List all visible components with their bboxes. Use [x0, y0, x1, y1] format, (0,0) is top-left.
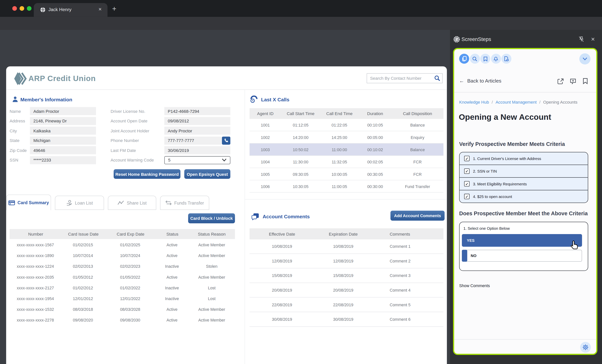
traffic-light-minimize[interactable] [20, 6, 24, 11]
search-input[interactable] [367, 73, 433, 83]
member-form-right: Driver License No.P142-4668-7294 Account… [111, 107, 230, 164]
card-block-button[interactable]: Card Block / Unblock [188, 213, 235, 223]
external-link-icon[interactable] [558, 78, 564, 84]
disposition-cell: Balance [392, 123, 444, 127]
tab-loan-list[interactable]: Loan List [55, 196, 104, 210]
bookmarks-icon-button[interactable] [480, 54, 490, 64]
reset-password-button[interactable]: Reset Home Banking Password [114, 169, 180, 179]
close-panel-icon[interactable]: ✕ [591, 36, 595, 42]
back-to-articles-link[interactable]: ← Back to Articles [459, 78, 501, 84]
checkbox-checked[interactable]: ✓ [464, 168, 470, 174]
license-field[interactable]: P142-4668-7294 [164, 107, 230, 115]
tab-card-summary[interactable]: Card Summary [6, 195, 51, 210]
card-table-body: xxxx-xxxx-xxxx-1567 01/02/2015 01/02/202… [10, 229, 235, 325]
card-table-row[interactable]: xxxx-xxxx-xxxx-2127 01/02/2012 01/02/202… [10, 283, 235, 293]
calls-table-row[interactable]: 1003 10:50:02 11:00:00 00:10:02 Balance [250, 144, 444, 156]
calls-table-row[interactable]: 1006 10:30:05 11:00:05 00:30:00 Fund Tra… [250, 180, 444, 193]
call-button[interactable] [222, 136, 230, 145]
checklist-item-label: 1. Current Driver's License with Address [473, 156, 541, 161]
option-yes[interactable]: YES [462, 234, 582, 247]
search-icon-button[interactable] [470, 54, 480, 64]
last-fm-date-field[interactable]: 30/06/2019 [164, 146, 230, 154]
open-quest-button[interactable]: Open Epsisys Quest [184, 169, 230, 179]
comments-table-row[interactable]: 10/08/2019 10/08/2019 Comment 1 [250, 239, 444, 254]
comments-table-row[interactable]: 22/08/2019 22/08/2019 Comment 5 [250, 298, 444, 312]
call-start-cell: 10:30:05 [281, 184, 320, 188]
name-field[interactable]: Adam Proctor [30, 107, 96, 115]
zip-field[interactable]: 49646 [30, 146, 96, 154]
breadcrumb-account-management[interactable]: Account Management [495, 100, 537, 104]
browser-tab[interactable]: Jack Henry ✕ [34, 3, 108, 17]
calls-table-row[interactable]: 1002 14:20:00 14:25:00 00:05:00 Enquiry [250, 131, 444, 144]
add-comments-button[interactable]: Add Account Comments [390, 211, 445, 220]
phone-field[interactable]: 777-777-7777 [164, 136, 221, 145]
card-number-cell: xxxx-xxxx-xxxx-1567 [10, 240, 61, 250]
traffic-light-zoom[interactable] [27, 6, 32, 11]
open-date-field[interactable]: 09/08/2012 [164, 117, 230, 125]
calls-table-row[interactable]: 1005 09:30:05 10:00:05 00:30:05 FCR [250, 168, 444, 180]
call-end-cell: 11:00:05 [320, 184, 359, 188]
tab-label: Card Summary [18, 200, 49, 205]
chevron-down-icon [222, 158, 226, 162]
field-label: Driver License No. [111, 109, 164, 113]
comment-cell: Comment 6 [372, 317, 444, 322]
card-table-row[interactable]: xxxx-xxxx-xxxx-1890 10/07/2014 10/07/202… [10, 251, 235, 260]
card-exp-cell: 12/01/2022 [105, 293, 155, 303]
calls-table-row[interactable]: 1001 01:12:05 01:22:05 00:10:05 Balance [250, 119, 444, 131]
checkbox-checked[interactable]: ✓ [464, 181, 470, 187]
create-article-icon-button[interactable] [501, 54, 511, 64]
expiration-date-cell: 15/08/2019 [314, 273, 372, 278]
settings-button[interactable] [580, 342, 591, 353]
checklist-item: ✓ 3. Meet Eligibility Requirements [460, 178, 588, 190]
state-field[interactable]: Michigan [30, 136, 96, 145]
comment-plus-icon[interactable] [570, 78, 576, 84]
person-icon [12, 96, 18, 103]
articles-icon-button[interactable] [459, 54, 469, 64]
breadcrumb-separator: / [492, 100, 493, 104]
search-button[interactable] [432, 73, 443, 83]
checklist-item: ✓ 1. Current Driver's License with Addre… [460, 152, 588, 165]
tab-funds-transfer[interactable]: Funds Transfer [160, 196, 209, 210]
show-comments-link[interactable]: Show Comments [459, 283, 490, 288]
card-issue-cell: 01/02/2012 [62, 283, 104, 293]
card-table-row[interactable]: xxxx-xxxx-xxxx-1954 12/01/2012 12/01/202… [10, 293, 235, 303]
card-issue-cell: 10/07/2014 [62, 251, 104, 260]
card-status-cell: Inactive [156, 293, 188, 303]
joint-holder-field[interactable]: Andy Proctor [164, 126, 230, 135]
call-start-cell: 01:12:05 [281, 123, 320, 127]
warning-code-select[interactable]: 5 [164, 156, 230, 164]
card-table-row[interactable]: xxxx-xxxx-xxxx-1532 08/03/2018 08/03/202… [10, 304, 235, 314]
option-yes-label: YES [462, 238, 474, 242]
traffic-light-close[interactable] [12, 6, 17, 11]
new-tab-button[interactable]: + [112, 4, 117, 13]
card-issue-cell: 09/08/2020 [62, 315, 104, 325]
comments-table-row[interactable]: 12/08/2019 12/08/2019 Comment 2 [250, 254, 444, 269]
ssn-field[interactable]: *****2233 [30, 156, 96, 164]
card-table-row[interactable]: xxxx-xxxx-xxxx-1224 02/02/2013 02/02/202… [10, 261, 235, 271]
checkbox-checked[interactable]: ✓ [464, 156, 470, 161]
checkbox-checked[interactable]: ✓ [464, 194, 470, 199]
calls-table-row[interactable]: 1004 11:30:00 11:32:05 00:02:05 FCR [250, 156, 444, 168]
address-field[interactable]: 2148, Pineway Dr [30, 117, 96, 125]
field-label: Name [10, 109, 30, 113]
comments-table-row[interactable]: 15/08/2019 15/08/2019 Comment 3 [250, 269, 444, 283]
tab-label: Share List [127, 200, 147, 205]
collapse-panel-button[interactable] [580, 53, 591, 64]
phone-icon [224, 138, 228, 143]
city-field[interactable]: Kalkaska [30, 126, 96, 135]
comments-table-row[interactable]: 20/08/2019 20/08/2019 Comment 4 [250, 283, 444, 298]
decision-heading: Does Prospective Member Meet the Above C… [459, 210, 588, 216]
bookmark-article-icon[interactable] [583, 78, 588, 84]
card-table-row[interactable]: xxxx-xxxx-xxxx-1567 01/02/2015 01/02/202… [10, 240, 235, 250]
tab-share-list[interactable]: Share List [108, 196, 156, 210]
option-no[interactable]: NO [462, 250, 582, 262]
tab-close-icon[interactable]: ✕ [98, 7, 102, 12]
breadcrumb-knowledge-hub[interactable]: Knowledge Hub [459, 100, 489, 104]
comments-table-row[interactable]: 30/08/2019 30/08/2019 Comment 6 [250, 312, 444, 327]
search-icon [434, 75, 441, 81]
card-table-row[interactable]: xxxx-xxxx-xxxx-2035 01/05/2012 01/05/202… [10, 272, 235, 282]
unpin-icon[interactable] [578, 36, 584, 42]
card-table-row[interactable]: xxxx-xxxx-xxxx-2278 09/08/2020 09/08/203… [10, 315, 235, 325]
notifications-icon-button[interactable] [491, 54, 501, 64]
gear-icon [582, 344, 589, 351]
